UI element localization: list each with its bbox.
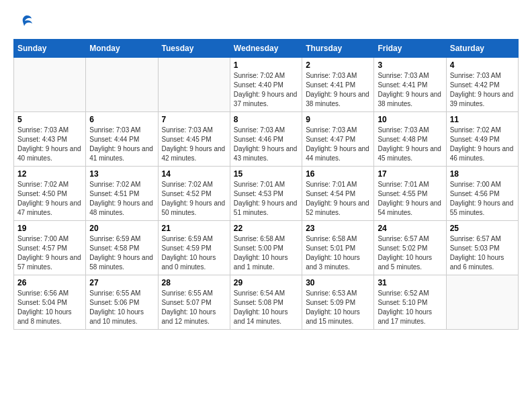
calendar-cell: 7Sunrise: 7:03 AM Sunset: 4:45 PM Daylig… — [158, 112, 230, 167]
day-number: 26 — [17, 278, 82, 287]
day-number: 6 — [89, 115, 154, 124]
calendar-cell: 15Sunrise: 7:01 AM Sunset: 4:53 PM Dayli… — [230, 167, 302, 221]
calendar-cell: 4Sunrise: 7:03 AM Sunset: 4:42 PM Daylig… — [446, 58, 518, 112]
day-info: Sunrise: 6:54 AM Sunset: 5:08 PM Dayligh… — [234, 289, 298, 326]
day-number: 30 — [306, 278, 370, 287]
calendar-cell: 5Sunrise: 7:03 AM Sunset: 4:43 PM Daylig… — [14, 112, 86, 167]
day-info: Sunrise: 6:57 AM Sunset: 5:03 PM Dayligh… — [450, 234, 515, 272]
calendar-cell: 22Sunrise: 6:58 AM Sunset: 5:00 PM Dayli… — [230, 221, 302, 275]
day-info: Sunrise: 7:03 AM Sunset: 4:43 PM Dayligh… — [17, 126, 82, 163]
day-number: 11 — [450, 115, 515, 124]
day-info: Sunrise: 7:03 AM Sunset: 4:47 PM Dayligh… — [306, 126, 370, 163]
calendar-table: SundayMondayTuesdayWednesdayThursdayFrid… — [13, 39, 519, 330]
day-info: Sunrise: 6:57 AM Sunset: 5:02 PM Dayligh… — [378, 234, 442, 272]
calendar-cell: 23Sunrise: 6:58 AM Sunset: 5:01 PM Dayli… — [302, 221, 374, 275]
day-number: 20 — [89, 224, 154, 233]
day-info: Sunrise: 6:58 AM Sunset: 5:00 PM Dayligh… — [234, 234, 298, 272]
day-number: 14 — [162, 169, 226, 179]
calendar-cell: 12Sunrise: 7:02 AM Sunset: 4:50 PM Dayli… — [14, 167, 86, 221]
day-info: Sunrise: 7:02 AM Sunset: 4:40 PM Dayligh… — [234, 71, 298, 109]
column-header-tuesday: Tuesday — [158, 40, 230, 58]
day-info: Sunrise: 7:01 AM Sunset: 4:53 PM Dayligh… — [234, 180, 298, 218]
day-number: 16 — [306, 169, 370, 179]
day-number: 31 — [378, 278, 442, 287]
day-info: Sunrise: 7:00 AM Sunset: 4:57 PM Dayligh… — [17, 234, 82, 272]
calendar-cell: 2Sunrise: 7:03 AM Sunset: 4:41 PM Daylig… — [302, 58, 374, 112]
calendar-cell: 29Sunrise: 6:54 AM Sunset: 5:08 PM Dayli… — [230, 275, 302, 330]
day-info: Sunrise: 6:56 AM Sunset: 5:04 PM Dayligh… — [17, 289, 82, 326]
header — [13, 13, 519, 32]
day-info: Sunrise: 6:55 AM Sunset: 5:07 PM Dayligh… — [162, 289, 226, 326]
day-number: 13 — [89, 169, 154, 179]
calendar-week-5: 26Sunrise: 6:56 AM Sunset: 5:04 PM Dayli… — [14, 275, 519, 330]
calendar-cell — [446, 275, 518, 330]
day-info: Sunrise: 6:52 AM Sunset: 5:10 PM Dayligh… — [378, 289, 442, 326]
day-info: Sunrise: 7:02 AM Sunset: 4:50 PM Dayligh… — [17, 180, 82, 218]
column-header-saturday: Saturday — [446, 40, 518, 58]
calendar-cell: 21Sunrise: 6:59 AM Sunset: 4:59 PM Dayli… — [158, 221, 230, 275]
calendar-cell: 3Sunrise: 7:03 AM Sunset: 4:41 PM Daylig… — [374, 58, 446, 112]
day-number: 29 — [234, 278, 298, 287]
day-info: Sunrise: 7:03 AM Sunset: 4:44 PM Dayligh… — [89, 126, 154, 163]
day-number: 8 — [234, 115, 298, 124]
calendar-week-2: 5Sunrise: 7:03 AM Sunset: 4:43 PM Daylig… — [14, 112, 519, 167]
calendar-cell: 24Sunrise: 6:57 AM Sunset: 5:02 PM Dayli… — [374, 221, 446, 275]
day-info: Sunrise: 7:03 AM Sunset: 4:41 PM Dayligh… — [306, 71, 370, 109]
calendar-cell: 25Sunrise: 6:57 AM Sunset: 5:03 PM Dayli… — [446, 221, 518, 275]
day-info: Sunrise: 7:03 AM Sunset: 4:45 PM Dayligh… — [162, 126, 226, 163]
calendar-cell: 27Sunrise: 6:55 AM Sunset: 5:06 PM Dayli… — [86, 275, 158, 330]
day-number: 28 — [162, 278, 226, 287]
column-header-sunday: Sunday — [14, 40, 86, 58]
day-info: Sunrise: 7:03 AM Sunset: 4:41 PM Dayligh… — [378, 71, 442, 109]
day-info: Sunrise: 7:02 AM Sunset: 4:49 PM Dayligh… — [450, 126, 515, 163]
day-info: Sunrise: 7:03 AM Sunset: 4:42 PM Dayligh… — [450, 71, 515, 109]
calendar-cell: 28Sunrise: 6:55 AM Sunset: 5:07 PM Dayli… — [158, 275, 230, 330]
calendar-cell: 31Sunrise: 6:52 AM Sunset: 5:10 PM Dayli… — [374, 275, 446, 330]
day-number: 9 — [306, 115, 370, 124]
day-number: 19 — [17, 224, 82, 233]
day-info: Sunrise: 6:59 AM Sunset: 4:58 PM Dayligh… — [89, 234, 154, 272]
day-info: Sunrise: 7:03 AM Sunset: 4:48 PM Dayligh… — [378, 126, 442, 163]
day-number: 15 — [234, 169, 298, 179]
day-number: 27 — [89, 278, 154, 287]
day-number: 3 — [378, 60, 442, 70]
calendar-cell: 10Sunrise: 7:03 AM Sunset: 4:48 PM Dayli… — [374, 112, 446, 167]
day-number: 12 — [17, 169, 82, 179]
calendar-cell — [158, 58, 230, 112]
column-header-thursday: Thursday — [302, 40, 374, 58]
day-number: 10 — [378, 115, 442, 124]
calendar-cell: 20Sunrise: 6:59 AM Sunset: 4:58 PM Dayli… — [86, 221, 158, 275]
day-info: Sunrise: 6:59 AM Sunset: 4:59 PM Dayligh… — [162, 234, 226, 272]
day-info: Sunrise: 7:02 AM Sunset: 4:51 PM Dayligh… — [89, 180, 154, 218]
day-number: 1 — [234, 60, 298, 70]
calendar-cell: 9Sunrise: 7:03 AM Sunset: 4:47 PM Daylig… — [302, 112, 374, 167]
calendar-week-3: 12Sunrise: 7:02 AM Sunset: 4:50 PM Dayli… — [14, 167, 519, 221]
calendar-cell: 8Sunrise: 7:03 AM Sunset: 4:46 PM Daylig… — [230, 112, 302, 167]
calendar-cell: 19Sunrise: 7:00 AM Sunset: 4:57 PM Dayli… — [14, 221, 86, 275]
calendar-week-4: 19Sunrise: 7:00 AM Sunset: 4:57 PM Dayli… — [14, 221, 519, 275]
column-header-friday: Friday — [374, 40, 446, 58]
calendar-cell: 16Sunrise: 7:01 AM Sunset: 4:54 PM Dayli… — [302, 167, 374, 221]
calendar-cell: 6Sunrise: 7:03 AM Sunset: 4:44 PM Daylig… — [86, 112, 158, 167]
day-info: Sunrise: 7:03 AM Sunset: 4:46 PM Dayligh… — [234, 126, 298, 163]
day-number: 7 — [162, 115, 226, 124]
day-number: 18 — [450, 169, 515, 179]
logo — [13, 13, 34, 32]
column-header-monday: Monday — [86, 40, 158, 58]
day-number: 25 — [450, 224, 515, 233]
calendar-week-1: 1Sunrise: 7:02 AM Sunset: 4:40 PM Daylig… — [14, 58, 519, 112]
day-number: 24 — [378, 224, 442, 233]
day-number: 4 — [450, 60, 515, 70]
calendar-cell: 1Sunrise: 7:02 AM Sunset: 4:40 PM Daylig… — [230, 58, 302, 112]
calendar-cell: 17Sunrise: 7:01 AM Sunset: 4:55 PM Dayli… — [374, 167, 446, 221]
calendar-header-row: SundayMondayTuesdayWednesdayThursdayFrid… — [14, 40, 519, 58]
calendar-cell — [14, 58, 86, 112]
day-number: 22 — [234, 224, 298, 233]
day-number: 17 — [378, 169, 442, 179]
day-number: 23 — [306, 224, 370, 233]
calendar-cell: 30Sunrise: 6:53 AM Sunset: 5:09 PM Dayli… — [302, 275, 374, 330]
calendar-cell: 11Sunrise: 7:02 AM Sunset: 4:49 PM Dayli… — [446, 112, 518, 167]
day-info: Sunrise: 6:55 AM Sunset: 5:06 PM Dayligh… — [89, 289, 154, 326]
day-info: Sunrise: 7:00 AM Sunset: 4:56 PM Dayligh… — [450, 180, 515, 218]
day-info: Sunrise: 7:01 AM Sunset: 4:55 PM Dayligh… — [378, 180, 442, 218]
